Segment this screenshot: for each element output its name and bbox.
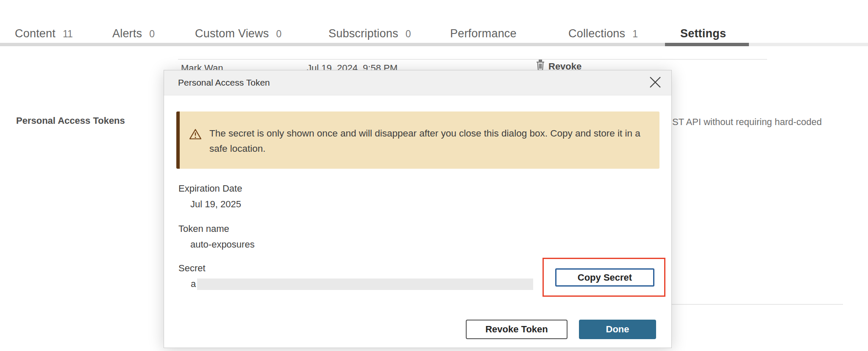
expiration-date-value: Jul 19, 2025	[190, 199, 241, 210]
secret-value-prefix: a	[191, 279, 196, 290]
tab-count-badge: 1	[632, 28, 638, 40]
copy-secret-button[interactable]: Copy Secret	[555, 268, 654, 287]
expiration-date-label: Expiration Date	[178, 183, 242, 194]
tab-count-badge: 11	[63, 28, 73, 40]
close-icon	[649, 76, 662, 90]
secret-warning-banner: The secret is only shown once and will d…	[176, 111, 659, 169]
tab-label: Settings	[680, 27, 726, 40]
table-header-divider	[178, 59, 767, 60]
tab-label: Performance	[450, 27, 517, 40]
close-button[interactable]	[646, 73, 665, 92]
token-name-label: Token name	[178, 223, 229, 234]
tab-subscriptions[interactable]: Subscriptions 0	[328, 27, 411, 40]
tab-content[interactable]: Content 11	[15, 27, 73, 40]
section-description-fragment: ST API without requiring hard-coded	[672, 117, 822, 128]
tab-collections[interactable]: Collections 1	[568, 27, 638, 40]
tab-performance[interactable]: Performance	[450, 27, 517, 40]
dialog-title: Personal Access Token	[178, 78, 270, 88]
tab-bar-underline-track	[0, 43, 665, 46]
tab-label: Content	[15, 27, 56, 40]
screen: Content 11 Alerts 0 Custom Views 0 Subsc…	[0, 0, 868, 351]
done-button[interactable]: Done	[579, 320, 656, 339]
tab-bar: Content 11 Alerts 0 Custom Views 0 Subsc…	[0, 0, 868, 47]
tab-settings[interactable]: Settings	[680, 27, 726, 40]
tab-count-badge: 0	[406, 28, 411, 40]
active-tab-underline	[665, 43, 749, 46]
token-name-value: auto-exposures	[190, 239, 255, 250]
revoke-token-button[interactable]: Revoke Token	[466, 320, 568, 339]
tab-count-badge: 0	[276, 28, 281, 40]
tab-label: Alerts	[112, 27, 142, 40]
tab-alerts[interactable]: Alerts 0	[112, 27, 155, 40]
tab-label: Subscriptions	[328, 27, 398, 40]
section-heading: Personal Access Tokens	[16, 115, 125, 126]
tab-count-badge: 0	[149, 28, 155, 40]
tab-bar-underline-track-right	[749, 43, 868, 46]
tab-label: Custom Views	[195, 27, 269, 40]
secret-redaction-bar	[197, 279, 533, 290]
personal-access-token-dialog: Personal Access Token The secret is only…	[164, 70, 672, 348]
dialog-header: Personal Access Token	[164, 70, 671, 95]
tab-custom-views[interactable]: Custom Views 0	[195, 27, 281, 40]
secret-label: Secret	[178, 263, 206, 274]
warning-icon	[189, 128, 202, 142]
tab-label: Collections	[568, 27, 625, 40]
warning-text: The secret is only shown once and will d…	[209, 126, 642, 156]
